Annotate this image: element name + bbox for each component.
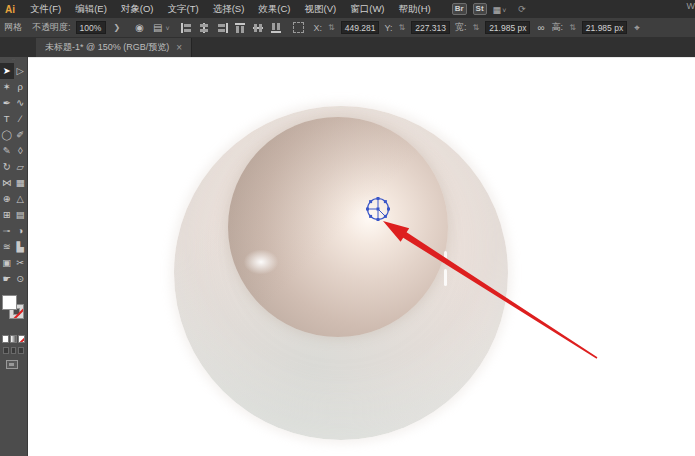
draw-behind-button[interactable] — [11, 347, 17, 354]
pen-tool[interactable]: ✒ — [0, 95, 14, 111]
perspective-grid-tool[interactable]: △ — [14, 191, 28, 207]
x-input[interactable]: 449.281 — [341, 21, 380, 34]
x-label: X: — [314, 23, 323, 33]
app-logo: Ai — [0, 4, 23, 15]
drawing-mode-buttons — [0, 343, 27, 354]
align-vertical-middle-icon[interactable] — [252, 22, 265, 34]
type-tool[interactable]: T — [0, 111, 14, 127]
graphic-style-icon: ▤ — [151, 22, 164, 33]
selected-mesh-point[interactable] — [360, 193, 396, 229]
color-type-buttons — [0, 333, 27, 343]
eyedropper-tool[interactable]: ⊸ — [0, 223, 14, 239]
style-options-button[interactable]: ▤˅ — [151, 23, 170, 33]
tool-list: ➤▷✶ρ✒∿T∕◯✐✎◊↻▱⋈▦⊕△⊞▤⊸◑≋▙▣✂☛⊙ — [0, 63, 27, 287]
align-vertical-bottom-icon[interactable] — [270, 22, 283, 34]
ellipse-tool[interactable]: ◯ — [0, 127, 14, 143]
menu-item[interactable]: 选择(S) — [206, 0, 252, 18]
align-horizontal-center-icon[interactable] — [198, 22, 211, 34]
height-label: 高: — [552, 21, 564, 34]
scale-tool[interactable]: ▱ — [14, 159, 28, 175]
fill-color-swatch[interactable] — [2, 295, 17, 310]
menu-item[interactable]: 效果(C) — [251, 0, 297, 18]
curvature-tool[interactable]: ∿ — [14, 95, 28, 111]
opacity-dropdown-icon[interactable]: ❯ — [111, 23, 124, 32]
blend-tool[interactable]: ◑ — [14, 223, 28, 239]
slice-tool[interactable]: ✂ — [14, 255, 28, 271]
screen-mode-button[interactable] — [6, 360, 18, 369]
draw-normal-button[interactable] — [3, 347, 9, 354]
align-horizontal-left-icon[interactable] — [180, 22, 193, 34]
tools-panel: ∙∙ ➤▷✶ρ✒∿T∕◯✐✎◊↻▱⋈▦⊕△⊞▤⊸◑≋▙▣✂☛⊙ — [0, 57, 28, 456]
highlight-streak — [444, 269, 447, 286]
artboard-canvas[interactable] — [28, 57, 695, 456]
stepper-icon[interactable]: ⇅ — [398, 23, 405, 32]
free-transform-tool[interactable]: ▦ — [14, 175, 28, 191]
rotate-tool[interactable]: ↻ — [0, 159, 14, 175]
menu-item[interactable]: 帮助(H) — [392, 0, 438, 18]
align-group — [180, 22, 283, 34]
magic-wand-tool[interactable]: ✶ — [0, 79, 14, 95]
symbol-sprayer-tool[interactable]: ≋ — [0, 239, 14, 255]
line-segment-tool[interactable]: ∕ — [14, 111, 28, 127]
constrain-proportions-icon[interactable]: ∞ — [535, 23, 546, 33]
menu-bar: Ai 文件(F)编辑(E)对象(O)文字(T)选择(S)效果(C)视图(V)窗口… — [0, 0, 695, 18]
align-horizontal-right-icon[interactable] — [216, 22, 229, 34]
draw-inside-button[interactable] — [18, 347, 24, 354]
align-vertical-top-icon[interactable] — [234, 22, 247, 34]
clipped-right-text: W — [687, 1, 695, 11]
document-tab[interactable]: 未标题-1* @ 150% (RGB/预览) × — [36, 38, 192, 57]
close-icon[interactable]: × — [176, 43, 182, 53]
pearl-inner-sphere — [228, 117, 448, 337]
selection-type-label: 网格 — [4, 21, 22, 34]
workspace-switcher-button[interactable]: ▦˅ — [493, 4, 507, 15]
stepper-icon[interactable]: ⇅ — [569, 23, 576, 32]
document-title: 未标题-1* @ 150% (RGB/预览) — [45, 41, 169, 54]
document-tab-bar: 未标题-1* @ 150% (RGB/预览) × — [0, 37, 695, 57]
highlight-streak — [444, 251, 447, 264]
menu-item[interactable]: 窗口(W) — [343, 0, 391, 18]
fill-stroke-widget — [0, 295, 28, 333]
artboard-tool[interactable]: ▣ — [0, 255, 14, 271]
menu-item[interactable]: 文件(F) — [23, 0, 68, 18]
gradient-button[interactable] — [10, 335, 17, 343]
height-input[interactable]: 21.985 px — [582, 21, 627, 34]
hand-tool[interactable]: ☛ — [0, 271, 14, 287]
none-button[interactable] — [18, 335, 25, 343]
column-graph-tool[interactable]: ▙ — [14, 239, 28, 255]
opacity-label: 不透明度: — [32, 21, 71, 34]
sync-icon[interactable]: ⟳ — [518, 4, 526, 14]
y-input[interactable]: 227.313 — [411, 21, 450, 34]
width-label: 宽: — [455, 21, 467, 34]
illustrator-window: Ai 文件(F)编辑(E)对象(O)文字(T)选择(S)效果(C)视图(V)窗口… — [0, 0, 695, 456]
opacity-input[interactable]: 100% — [76, 21, 106, 34]
stepper-icon[interactable]: ⇅ — [328, 23, 335, 32]
chevron-down-icon: ˅ — [502, 7, 506, 14]
gradient-tool[interactable]: ▤ — [14, 207, 28, 223]
control-bar: 网格 不透明度: 100% ❯ ◉ ▤˅ X: ⇅ 449.281 Y: ⇅ 2… — [0, 18, 695, 37]
shape-builder-tool[interactable]: ⊕ — [0, 191, 14, 207]
width-tool[interactable]: ⋈ — [0, 175, 14, 191]
direct-selection-tool[interactable]: ▷ — [14, 63, 28, 79]
width-input[interactable]: 21.985 px — [485, 21, 530, 34]
recolor-artwork-icon[interactable]: ◉ — [133, 23, 146, 33]
stock-button[interactable]: St — [473, 3, 487, 15]
menu-item[interactable]: 对象(O) — [114, 0, 161, 18]
color-button[interactable] — [2, 335, 9, 343]
pencil-tool[interactable]: ✎ — [0, 143, 14, 159]
menu-item[interactable]: 文字(T) — [161, 0, 206, 18]
workspace-icon: ▦ — [493, 5, 502, 15]
paintbrush-tool[interactable]: ✐ — [14, 127, 28, 143]
lasso-tool[interactable]: ρ — [14, 79, 28, 95]
eraser-tool[interactable]: ◊ — [14, 143, 28, 159]
stepper-icon[interactable]: ⇅ — [472, 23, 479, 32]
chevron-down-icon: ˅ — [165, 25, 169, 32]
y-label: Y: — [384, 23, 392, 33]
align-options-icon[interactable] — [293, 22, 304, 33]
mesh-tool[interactable]: ⊞ — [0, 207, 14, 223]
menu-item[interactable]: 编辑(E) — [68, 0, 114, 18]
bridge-button[interactable]: Br — [452, 3, 467, 15]
zoom-tool[interactable]: ⊙ — [14, 271, 28, 287]
transform-panel-icon[interactable]: ⌖ — [632, 23, 642, 33]
menu-item[interactable]: 视图(V) — [298, 0, 344, 18]
selection-tool[interactable]: ➤ — [0, 63, 14, 79]
